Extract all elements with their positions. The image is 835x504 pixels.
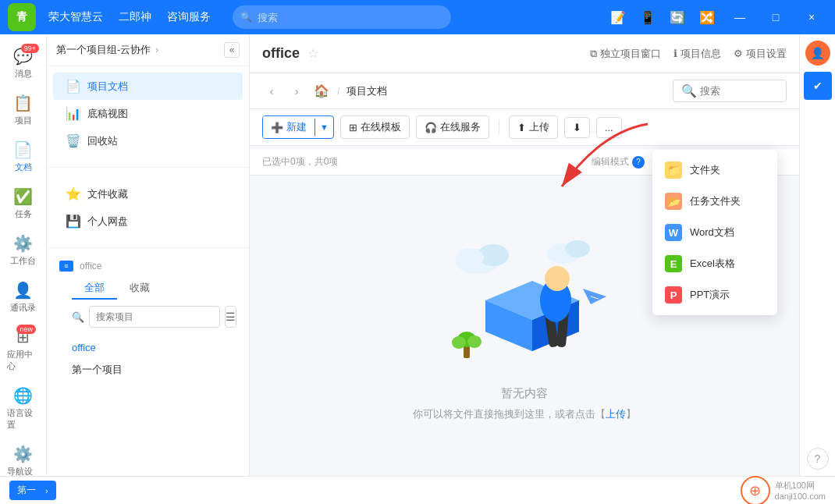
- empty-illustration: [431, 230, 618, 371]
- project-list-item-first[interactable]: 第一个项目: [59, 358, 236, 382]
- second-sidebar: 第一个项目组-云协作 › « 📄 项目文档 📊 底稿视图 🗑️ 回收站 ⭐ 文件…: [47, 34, 250, 476]
- project-section: ≡ office 全部 收藏 🔍 ☰ office 第一个项目: [47, 254, 249, 391]
- upload-button[interactable]: ⬆ 上传: [509, 115, 558, 139]
- dropdown-item-ppt[interactable]: P PPT演示: [652, 279, 777, 311]
- template-button[interactable]: ⊞ 在线模板: [340, 115, 410, 139]
- appcenter-label: 应用中心: [7, 349, 40, 372]
- menu-item-project-docs[interactable]: 📄 项目文档: [53, 73, 243, 100]
- bottom-arrow-icon: ›: [45, 486, 48, 495]
- navsettings-label: 导航设置: [7, 466, 40, 476]
- download-button[interactable]: ⬇: [564, 117, 590, 138]
- top-nav: 荣大智慧云 二郎神 咨询服务: [48, 10, 211, 24]
- path-text: 项目文档: [346, 84, 387, 98]
- project-settings-label: 项目设置: [746, 47, 787, 61]
- project-info-icon: ℹ: [673, 48, 677, 59]
- nav-consult[interactable]: 咨询服务: [167, 10, 211, 24]
- right-icon-check[interactable]: ✔: [804, 72, 832, 100]
- star-icon[interactable]: ☆: [307, 46, 318, 61]
- independent-window-label: 独立项目窗口: [600, 47, 661, 61]
- top-icon-note[interactable]: 📝: [606, 5, 631, 30]
- project-section-name: office: [80, 261, 101, 272]
- edit-mode-help-icon[interactable]: ?: [632, 156, 645, 169]
- svg-point-2: [456, 248, 484, 267]
- menu-item-draft-view[interactable]: 📊 底稿视图: [53, 100, 243, 127]
- close-button[interactable]: ×: [796, 0, 827, 34]
- project-section-title: ≡ office: [59, 261, 236, 272]
- ppt-dropdown-icon: P: [665, 286, 682, 303]
- col-selected: 已选中0项，共0项: [262, 155, 592, 169]
- bottom-project-btn[interactable]: 第一 ›: [9, 481, 56, 500]
- more-button[interactable]: ...: [596, 117, 622, 138]
- tab-collect[interactable]: 收藏: [117, 278, 162, 300]
- sidebar-item-navsettings[interactable]: ⚙️ 导航设置: [4, 438, 43, 476]
- menu-item-recycle[interactable]: 🗑️ 回收站: [53, 127, 243, 154]
- folder-dropdown-icon: 📁: [665, 161, 682, 179]
- personal-disk-icon: 💾: [66, 214, 81, 229]
- independent-window-icon: ⧉: [590, 48, 597, 60]
- menu-item-personal-disk[interactable]: 💾 个人网盘: [53, 208, 243, 235]
- project-settings-icon: ⚙: [734, 48, 743, 59]
- independent-window-btn[interactable]: ⧉ 独立项目窗口: [590, 47, 661, 61]
- toolbar: ➕ 新建 ▼ ⊞ 在线模板 🎧 在线服务 ⬆ 上传 ⬇ ...: [250, 109, 799, 146]
- back-button[interactable]: ‹: [262, 82, 281, 101]
- service-button[interactable]: 🎧 在线服务: [416, 115, 489, 139]
- project-list-item-office[interactable]: office: [59, 337, 236, 358]
- svg-point-4: [565, 240, 590, 257]
- content-search-input[interactable]: [700, 85, 778, 97]
- language-icon: 🌐: [13, 386, 33, 405]
- project-docs-label: 项目文档: [87, 80, 128, 94]
- new-dropdown-menu: 📁 文件夹 📂 任务文件夹 W Word文档 E Excel表格 P PPT演示: [652, 150, 777, 315]
- edit-mode-label: 编辑模式: [592, 155, 629, 169]
- dropdown-item-task-folder[interactable]: 📂 任务文件夹: [652, 186, 777, 217]
- new-plus-icon: ➕: [271, 122, 283, 133]
- sidebar-item-project[interactable]: 📋 项目: [4, 87, 43, 133]
- nav-cloud[interactable]: 荣大智慧云: [48, 10, 103, 24]
- sidebar-item-contacts[interactable]: 👤 通讯录: [4, 275, 43, 320]
- menu-item-file-collect[interactable]: ⭐ 文件收藏: [53, 180, 243, 208]
- folder-label: 文件夹: [690, 163, 720, 177]
- breadcrumb-arrow: ›: [155, 44, 158, 55]
- file-collect-label: 文件收藏: [87, 187, 128, 201]
- dropdown-item-word[interactable]: W Word文档: [652, 217, 777, 248]
- sidebar-item-message[interactable]: 💬 99+ 消息: [4, 41, 43, 86]
- dropdown-item-folder[interactable]: 📁 文件夹: [652, 154, 777, 186]
- sort-button[interactable]: ☰: [225, 306, 236, 328]
- nav-erlang[interactable]: 二郎神: [119, 10, 151, 24]
- project-info-btn[interactable]: ℹ 项目信息: [673, 47, 721, 61]
- minimize-button[interactable]: —: [724, 0, 755, 34]
- path-sep: /: [337, 85, 340, 97]
- main-layout: 💬 99+ 消息 📋 项目 📄 文档 ✅ 任务 ⚙️ 工作台 👤 通讯录 ⊞: [0, 34, 835, 476]
- project-settings-btn[interactable]: ⚙ 项目设置: [734, 47, 787, 61]
- top-icon-phone[interactable]: 📱: [635, 5, 660, 30]
- sidebar-item-task[interactable]: ✅ 任务: [4, 181, 43, 226]
- bottom-bar: 第一 › ⊕ 单机100网danji100.com: [0, 476, 835, 504]
- top-icon-refresh[interactable]: 🔄: [665, 5, 690, 30]
- personal-disk-label: 个人网盘: [87, 215, 128, 229]
- bottom-project-label: 第一: [17, 484, 36, 497]
- workspace-icon: ⚙️: [13, 234, 33, 253]
- right-icon-help[interactable]: ?: [807, 448, 829, 470]
- upload-link[interactable]: 上传: [606, 408, 626, 420]
- top-search-input[interactable]: [233, 5, 451, 29]
- dropdown-item-excel[interactable]: E Excel表格: [652, 248, 777, 279]
- collapse-button[interactable]: «: [224, 42, 240, 58]
- maximize-button[interactable]: □: [760, 0, 791, 34]
- tab-all[interactable]: 全部: [72, 278, 117, 300]
- sidebar-item-workspace[interactable]: ⚙️ 工作台: [4, 228, 43, 273]
- template-label: 在线模板: [361, 120, 401, 134]
- sidebar-item-language[interactable]: 🌐 语言设置: [4, 380, 43, 437]
- forward-button[interactable]: ›: [287, 82, 306, 101]
- top-icon-share[interactable]: 🔀: [695, 5, 720, 30]
- new-dropdown-arrow[interactable]: ▼: [314, 119, 333, 136]
- sidebar-item-document[interactable]: 📄 文档: [4, 134, 43, 179]
- contacts-label: 通讯录: [10, 302, 36, 314]
- sidebar-item-appcenter[interactable]: ⊞ new 应用中心: [4, 321, 43, 378]
- new-main-button[interactable]: ➕ 新建: [263, 116, 314, 138]
- project-search-input[interactable]: [89, 306, 220, 328]
- draft-view-label: 底稿视图: [87, 107, 128, 121]
- content-nav: ‹ › 🏠 / 项目文档 🔍: [250, 73, 799, 109]
- word-dropdown-icon: W: [665, 224, 682, 241]
- right-icon-avatar[interactable]: 👤: [805, 41, 830, 66]
- service-icon: 🎧: [425, 122, 437, 133]
- home-button[interactable]: 🏠: [312, 82, 331, 101]
